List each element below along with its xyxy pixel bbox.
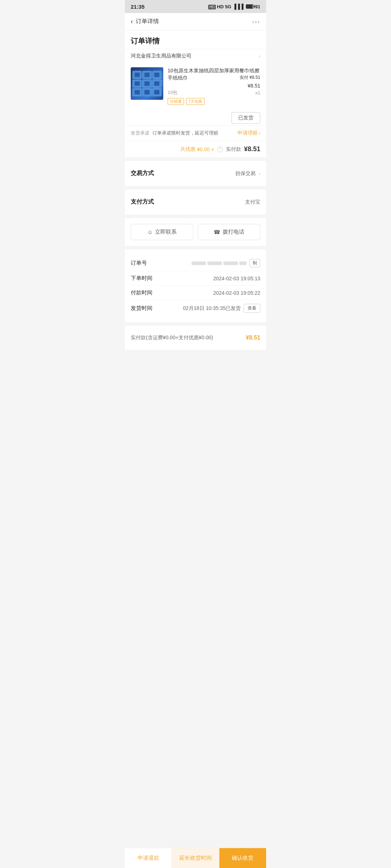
total-label: 实付款	[226, 146, 241, 153]
product-box-1	[133, 71, 142, 79]
masked-block-3	[223, 261, 238, 265]
seller-arrow-icon: ›	[258, 53, 260, 59]
section-divider-4	[125, 246, 266, 250]
product-box-5	[142, 80, 151, 88]
more-button[interactable]: ···	[252, 17, 260, 26]
call-button[interactable]: ☎ 拨打电话	[198, 224, 260, 240]
delivery-text: 订单承诺限时发货，延迟可理赔	[152, 130, 218, 136]
product-image-grid	[133, 71, 161, 96]
seller-row[interactable]: 河北金得卫生用品有限公司 ›	[125, 49, 266, 63]
order-number-row: 订单号 制	[131, 255, 260, 271]
nav-bar: ‹ 订单详情 ···	[125, 13, 266, 30]
network-label: HD HD 5G	[208, 4, 231, 9]
payment-amount-row: 实付款(含运费¥0.00+支付优惠¥0.00) ¥8.51	[131, 332, 260, 344]
payment-amount-value: ¥8.51	[246, 335, 260, 341]
contact-label: 立即联系	[155, 229, 177, 235]
tag-distribution: 分销通	[168, 98, 184, 105]
order-number-label: 订单号	[131, 260, 160, 267]
trade-method-arrow-icon: ›	[258, 171, 260, 176]
bottom-spacer	[125, 350, 266, 375]
product-box-9	[152, 88, 161, 96]
delivery-label: 发货承诺	[131, 130, 150, 136]
masked-block-1	[192, 261, 206, 265]
product-quantity: 10包	[168, 89, 177, 96]
masked-block-2	[207, 261, 222, 265]
call-icon: ☎	[214, 229, 220, 235]
section-divider-5	[125, 322, 266, 326]
payment-method-row: 支付方式 支付宝	[131, 195, 260, 209]
masked-block-4	[239, 261, 247, 265]
summary-row: 共优惠 ¥0.00 ∨ ? 实付款 ¥8.51	[125, 141, 266, 157]
payment-method-label: 支付方式	[131, 198, 160, 206]
shipped-button[interactable]: 已发货	[231, 112, 260, 124]
order-number-masked	[192, 261, 247, 265]
pay-time-row: 付款时间 2024-02-03 19:05:22	[131, 286, 260, 300]
copy-button[interactable]: 制	[249, 259, 260, 267]
pay-time-label: 付款时间	[131, 289, 160, 296]
page-title-section: 订单详情	[125, 30, 266, 49]
product-quantity-row: 10包 x1	[168, 89, 260, 96]
trade-method-label: 交易方式	[131, 170, 160, 177]
trade-method-value-row[interactable]: 担保交易 ›	[235, 170, 260, 177]
battery-fill	[246, 5, 253, 8]
status-icons: HD HD 5G ▐▐▐ 91	[208, 4, 260, 9]
product-card: 10包原生木浆抽纸四层加厚家用餐巾纸擦手纸纸巾 实付 ¥8.51 ¥8.51 1…	[125, 63, 266, 109]
order-number-value-row: 制	[192, 259, 260, 267]
contact-icon: ☺	[147, 229, 153, 235]
product-box-6	[152, 80, 161, 88]
back-button[interactable]: ‹ 订单详情	[131, 18, 159, 25]
discount-info: 共优惠 ¥0.00 ∨	[180, 146, 214, 153]
order-time-row: 下单时间 2024-02-03 19:05:13	[131, 271, 260, 286]
product-count: x1	[255, 90, 260, 95]
contact-button[interactable]: ☺ 立即联系	[131, 224, 193, 240]
total-value: ¥8.51	[244, 145, 260, 153]
network-type: HD 5G	[217, 4, 231, 9]
claim-button[interactable]: 申请理赔 ›	[237, 130, 260, 136]
product-price: ¥8.51	[168, 83, 260, 89]
action-buttons: ☺ 立即联系 ☎ 拨打电话	[125, 218, 266, 246]
section-divider-3	[125, 214, 266, 218]
claim-arrow-icon: ›	[258, 130, 260, 136]
trade-method-row: 交易方式 担保交易 ›	[131, 166, 260, 181]
section-divider-1	[125, 157, 266, 161]
product-name: 10包原生木浆抽纸四层加厚家用餐巾纸擦手纸纸巾 实付 ¥8.51	[168, 67, 260, 81]
discount-expand-icon[interactable]: ∨	[211, 147, 214, 152]
delivery-row: 发货承诺 订单承诺限时发货，延迟可理赔 申请理赔 ›	[125, 125, 266, 141]
trade-method-section: 交易方式 担保交易 ›	[125, 161, 266, 186]
battery-icon	[246, 4, 254, 9]
section-divider-2	[125, 186, 266, 190]
payment-amount-label: 实付款(含运费¥0.00+支付优惠¥0.00)	[131, 335, 213, 341]
page-title: 订单详情	[131, 36, 260, 46]
order-time-label: 下单时间	[131, 275, 160, 282]
product-box-8	[142, 88, 151, 96]
help-icon[interactable]: ?	[217, 146, 223, 152]
ship-time-label: 发货时间	[131, 305, 160, 312]
battery-percent: 91	[255, 4, 260, 9]
signal-icon: ▐▐▐	[233, 4, 244, 9]
product-item: 10包原生木浆抽纸四层加厚家用餐巾纸擦手纸纸巾 实付 ¥8.51 ¥8.51 1…	[131, 67, 260, 105]
view-button[interactable]: 查看	[244, 304, 260, 313]
delivery-info: 发货承诺 订单承诺限时发货，延迟可理赔	[131, 130, 218, 136]
product-actual-pay-label: 实付 ¥8.51	[240, 75, 260, 81]
order-info-section: 订单号 制 下单时间 2024-02-03 19:05:13 付款时间 2024…	[125, 250, 266, 322]
pay-time-value: 2024-02-03 19:05:22	[213, 290, 260, 296]
product-box-2	[142, 71, 151, 79]
hd-badge: HD	[208, 5, 215, 9]
product-box-4	[133, 80, 142, 88]
product-image	[131, 67, 163, 100]
back-icon: ‹	[131, 18, 133, 25]
ship-time-value-row: 02月18日 10:35:35已发货 查看	[183, 304, 260, 313]
tag-exchange: 7天包换	[186, 98, 205, 105]
payment-method-value: 支付宝	[245, 199, 260, 205]
order-time-value: 2024-02-03 19:05:13	[213, 276, 260, 281]
ship-time-value: 02月18日 10:35:35已发货	[183, 305, 241, 312]
nav-title: 订单详情	[136, 18, 159, 25]
product-box-3	[152, 71, 161, 79]
payment-method-section: 支付方式 支付宝	[125, 190, 266, 214]
payment-summary-section: 实付款(含运费¥0.00+支付优惠¥0.00) ¥8.51	[125, 326, 266, 350]
product-box-7	[133, 88, 142, 96]
product-tags: 分销通 7天包换	[168, 98, 260, 105]
product-info: 10包原生木浆抽纸四层加厚家用餐巾纸擦手纸纸巾 实付 ¥8.51 ¥8.51 1…	[168, 67, 260, 105]
seller-name: 河北金得卫生用品有限公司	[131, 53, 192, 59]
trade-method-value: 担保交易	[235, 170, 256, 177]
